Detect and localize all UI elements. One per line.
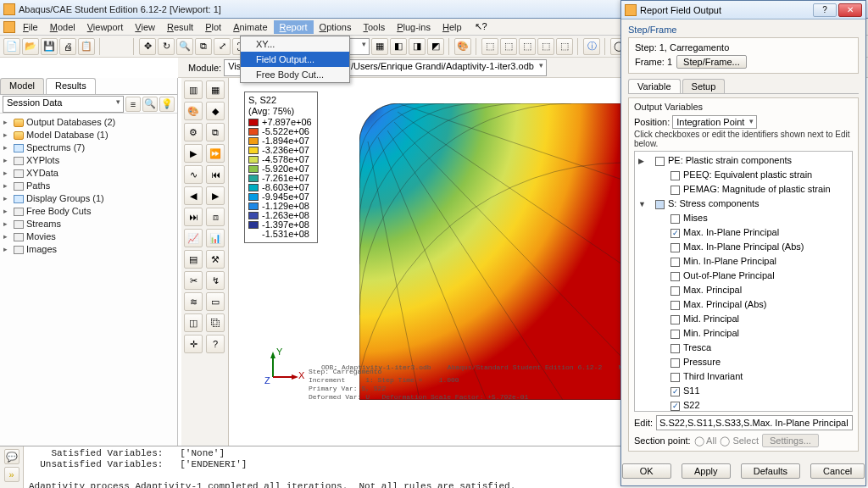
- chk-mid-principal[interactable]: [670, 315, 680, 324]
- animate-time-icon[interactable]: ⏩: [206, 144, 225, 163]
- view1-icon[interactable]: ◧: [390, 38, 407, 55]
- stream-icon[interactable]: ≋: [184, 292, 203, 311]
- node-pemag[interactable]: PEMAG: Magnitude of plastic strain: [683, 184, 831, 194]
- chk-pressure[interactable]: [670, 358, 680, 368]
- superimpose-icon[interactable]: ⧉: [206, 123, 225, 141]
- animate-scale-icon[interactable]: ▶: [184, 144, 203, 163]
- next-frame-icon[interactable]: ▶: [206, 186, 225, 205]
- node-max-in-plane-principal-abs-[interactable]: Max. In-Plane Principal (Abs): [683, 241, 804, 252]
- node-min-principal[interactable]: Min. Principal: [683, 328, 739, 338]
- probe-icon[interactable]: ✛: [184, 335, 203, 353]
- chk-s[interactable]: [655, 200, 665, 209]
- menu-report-field-output[interactable]: Field Output...: [241, 52, 349, 67]
- node-tresca[interactable]: Tresca: [683, 342, 711, 352]
- xy-plot-icon[interactable]: 📊: [206, 229, 225, 247]
- node-max-principal-abs-[interactable]: Max. Principal (Abs): [683, 299, 766, 309]
- chk-pemag[interactable]: [670, 186, 680, 195]
- iso3-icon[interactable]: ⬚: [519, 38, 536, 55]
- tab-model[interactable]: Model: [0, 78, 44, 94]
- tab-setup[interactable]: Setup: [682, 79, 726, 93]
- zoom-icon[interactable]: 🔍: [176, 38, 193, 55]
- menu-model[interactable]: Model: [44, 20, 81, 34]
- tree-filter-icon[interactable]: 🔍: [142, 97, 158, 112]
- menu-tools[interactable]: Tools: [357, 20, 391, 34]
- position-select[interactable]: Integration Point: [672, 115, 757, 129]
- edit-field[interactable]: [656, 415, 853, 430]
- plot-symbols-icon[interactable]: ◆: [206, 102, 225, 120]
- defaults-button[interactable]: Defaults: [741, 463, 800, 479]
- node-mid-principal[interactable]: Mid. Principal: [683, 313, 739, 324]
- tree-display-groups[interactable]: Display Groups (1): [26, 193, 104, 203]
- tree-model-database[interactable]: Model Database (1): [26, 130, 108, 140]
- node-s11[interactable]: S11: [683, 385, 700, 396]
- node-out-of-plane-principal[interactable]: Out-of-Plane Principal: [683, 270, 775, 280]
- chk-max-in-plane-principal-abs-[interactable]: [670, 243, 680, 252]
- tree-highlight-icon[interactable]: 💡: [159, 97, 175, 112]
- node-s[interactable]: S: Stress components: [668, 198, 760, 208]
- tree-streams[interactable]: Streams: [26, 219, 61, 229]
- freebody-icon[interactable]: ↯: [206, 271, 225, 290]
- tree-xydata[interactable]: XYData: [26, 168, 58, 178]
- copy-icon[interactable]: 📋: [78, 38, 95, 55]
- context-help-icon[interactable]: ↖?: [471, 21, 491, 32]
- tree-output-databases[interactable]: Output Databases (2): [26, 117, 115, 127]
- chk-min-in-plane-principal[interactable]: [670, 258, 680, 267]
- node-third-invariant[interactable]: Third Invariant: [683, 371, 743, 381]
- view-cut-icon[interactable]: ✂: [184, 271, 203, 290]
- overlay-icon[interactable]: ⿻: [206, 313, 225, 332]
- result-opts-icon[interactable]: ⚒: [206, 250, 225, 269]
- info-icon[interactable]: ⓘ: [583, 38, 600, 55]
- menu-plug-ins[interactable]: Plug-ins: [391, 20, 437, 34]
- stepframe-button[interactable]: Step/Frame...: [676, 55, 747, 69]
- apply-button[interactable]: Apply: [682, 463, 731, 479]
- tree-xyplots[interactable]: XYPlots: [26, 155, 59, 165]
- menu-animate[interactable]: Animate: [227, 20, 273, 34]
- output-variables-tree[interactable]: ▶PE: Plastic strain components PEEQ: Equ…: [634, 151, 853, 412]
- tree-images[interactable]: Images: [26, 244, 57, 254]
- chk-tresca[interactable]: [670, 344, 680, 353]
- node-min-in-plane-principal[interactable]: Min. In-Plane Principal: [683, 256, 776, 266]
- node-mises[interactable]: Mises: [683, 213, 708, 223]
- chk-s11[interactable]: [670, 387, 680, 396]
- menu-result[interactable]: Result: [161, 20, 199, 34]
- tree-expand-icon[interactable]: ≡: [125, 97, 141, 112]
- menu-options[interactable]: Options: [314, 20, 358, 34]
- menu-help[interactable]: Help: [437, 20, 468, 34]
- tree-movies[interactable]: Movies: [26, 231, 56, 241]
- dialog-close-button[interactable]: ✕: [838, 3, 862, 17]
- chk-out-of-plane-principal[interactable]: [670, 272, 680, 281]
- xy-data-icon[interactable]: 📈: [184, 229, 203, 247]
- tree-free-body-cuts[interactable]: Free Body Cuts: [26, 206, 91, 216]
- menu-view[interactable]: View: [129, 20, 161, 34]
- last-frame-icon[interactable]: ⏭: [184, 208, 203, 226]
- plot-undeformed-icon[interactable]: ▥: [184, 80, 203, 99]
- prev-frame-icon[interactable]: ◀: [184, 186, 203, 205]
- ply-icon[interactable]: ▭: [206, 292, 225, 311]
- animate-harmonic-icon[interactable]: ∿: [184, 165, 203, 184]
- cancel-button[interactable]: Cancel: [810, 463, 865, 479]
- perspective-icon[interactable]: ▦: [371, 38, 388, 55]
- tab-results[interactable]: Results: [46, 78, 96, 94]
- dialog-help-button[interactable]: ?: [813, 3, 837, 17]
- chk-max-principal-abs-[interactable]: [670, 301, 680, 310]
- node-pe[interactable]: PE: Plastic strain components: [668, 155, 792, 165]
- chk-min-principal[interactable]: [670, 330, 680, 339]
- menu-plot[interactable]: Plot: [199, 20, 227, 34]
- save-icon[interactable]: 💾: [41, 38, 58, 55]
- chk-third-invariant[interactable]: [670, 373, 680, 382]
- node-pressure[interactable]: Pressure: [683, 357, 721, 367]
- field-output-icon[interactable]: ▤: [184, 250, 203, 269]
- menu-report[interactable]: Report: [274, 20, 314, 34]
- render-shaded-icon[interactable]: 🎨: [454, 38, 471, 55]
- view2-icon[interactable]: ◨: [409, 38, 426, 55]
- rotate-icon[interactable]: ↻: [158, 38, 175, 55]
- iso2-icon[interactable]: ⬚: [500, 38, 517, 55]
- tab-variable[interactable]: Variable: [628, 79, 681, 93]
- node-s22[interactable]: S22: [683, 400, 700, 410]
- results-tree[interactable]: Output Databases (2) Model Database (1) …: [0, 114, 177, 258]
- odb-display-icon[interactable]: ◫: [184, 313, 203, 332]
- node-max-principal[interactable]: Max. Principal: [683, 285, 742, 295]
- pan-icon[interactable]: ✥: [139, 38, 156, 55]
- tree-paths[interactable]: Paths: [26, 180, 50, 191]
- plot-contour-icon[interactable]: 🎨: [184, 102, 203, 120]
